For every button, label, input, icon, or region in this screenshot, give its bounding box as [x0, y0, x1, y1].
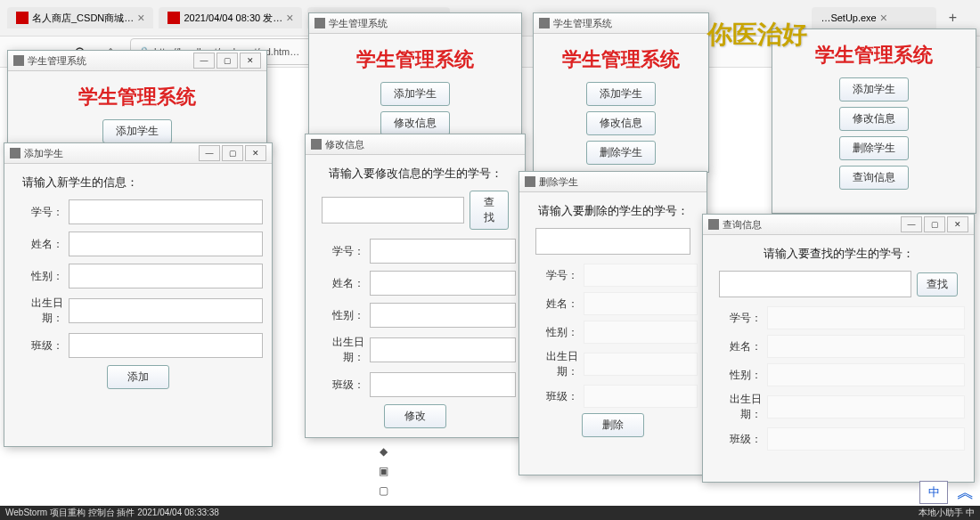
win-close[interactable]: ✕ [947, 216, 968, 232]
ide-statusbar: WebStorm 项目重构 控制台 插件 2021/04/04 08:33:38… [0, 506, 980, 520]
label-sex: 性别： [712, 368, 762, 383]
tab-close-icon[interactable]: × [286, 11, 293, 25]
scroll-top-icon[interactable]: ︽ [957, 480, 975, 504]
delete-student-button[interactable]: 删除学生 [839, 136, 909, 160]
search-button[interactable]: 查找 [470, 191, 509, 230]
favicon [16, 12, 29, 24]
input-name[interactable] [370, 271, 516, 296]
edit-student-window[interactable]: 修改信息 请输入要修改信息的学生的学号： 查找 学号： 姓名： 性别： 出生日期… [305, 134, 526, 438]
ime-indicator[interactable]: 中 [919, 481, 948, 504]
main-menu-window-1[interactable]: 学生管理系统 — ▢ ✕ 学生管理系统 添加学生 [7, 50, 267, 151]
label-id: 学号： [314, 244, 364, 259]
add-student-button[interactable]: 添加学生 [102, 119, 172, 143]
value-birth [767, 395, 965, 418]
win-maximize[interactable]: ▢ [924, 216, 945, 232]
title-text: 学生管理系统 [553, 17, 612, 30]
statusbar-right: 本地小助手 中 [919, 507, 975, 519]
system-title: 学生管理系统 [17, 84, 257, 110]
label-class: 班级： [712, 432, 762, 447]
app-icon [314, 18, 325, 28]
input-sex[interactable] [69, 264, 263, 288]
tab-close-icon[interactable]: × [880, 11, 887, 25]
titlebar[interactable]: 学生管理系统 [309, 13, 521, 34]
add-student-button[interactable]: 添加学生 [380, 82, 450, 106]
tab-0[interactable]: 名人商店_CSDN商城… × [7, 7, 153, 28]
app-icon [539, 18, 550, 28]
icon-a: ◆ [380, 445, 388, 458]
win-minimize[interactable]: — [901, 216, 922, 232]
win-close[interactable]: ✕ [240, 53, 261, 69]
win-maximize[interactable]: ▢ [216, 53, 238, 69]
label-name: 姓名： [314, 276, 364, 291]
titlebar[interactable]: 学生管理系统 [534, 13, 708, 34]
tab-close-icon[interactable]: × [137, 11, 144, 25]
app-icon [10, 148, 20, 158]
submit-add-button[interactable]: 添加 [107, 365, 169, 389]
label-sex: 性别： [13, 269, 63, 284]
side-icon-bar: ◆ ▣ ▢ [374, 445, 392, 499]
submit-edit-button[interactable]: 修改 [384, 404, 446, 428]
title-text: 删除学生 [539, 175, 578, 189]
win-maximize[interactable]: ▢ [222, 145, 243, 161]
value-name [767, 335, 965, 358]
query-student-window[interactable]: 查询信息 — ▢ ✕ 请输入要查找的学生的学号： 查找 学号： 姓名： 性别： … [702, 214, 975, 483]
input-class[interactable] [69, 333, 263, 358]
value-name [584, 292, 698, 315]
input-search-id[interactable] [322, 197, 464, 223]
titlebar[interactable]: 删除学生 [519, 172, 706, 192]
value-sex [584, 321, 698, 344]
input-sex[interactable] [370, 303, 516, 328]
titlebar[interactable]: 添加学生 — ▢ ✕ [4, 143, 272, 164]
titlebar[interactable]: 学生管理系统 — ▢ ✕ [8, 51, 266, 71]
query-info-button[interactable]: 查询信息 [839, 166, 909, 190]
icon-c: ▢ [379, 484, 388, 497]
input-id[interactable] [69, 199, 263, 224]
tab-label: …SetUp.exe [821, 12, 876, 23]
title-text: 学生管理系统 [28, 54, 86, 68]
input-birth[interactable] [370, 337, 516, 362]
tab-1[interactable]: 2021/04/04 08:30 发… × [159, 7, 302, 28]
input-class[interactable] [370, 372, 516, 397]
app-icon [525, 176, 535, 187]
submit-delete-button[interactable]: 删除 [582, 413, 644, 437]
add-student-button[interactable]: 添加学生 [839, 77, 909, 102]
main-menu-window-3[interactable]: 学生管理系统 学生管理系统 添加学生 修改信息 删除学生 [533, 12, 709, 173]
value-id [767, 306, 965, 329]
titlebar[interactable]: 查询信息 — ▢ ✕ [703, 215, 974, 235]
new-tab-button[interactable]: + [942, 7, 963, 28]
edit-info-button[interactable]: 修改信息 [586, 111, 656, 135]
add-student-button[interactable]: 添加学生 [586, 82, 656, 106]
watermark-text: 你医治好 [707, 18, 807, 52]
title-text: 添加学生 [24, 147, 63, 160]
edit-info-button[interactable]: 修改信息 [380, 111, 450, 135]
main-menu-window-2[interactable]: 学生管理系统 学生管理系统 添加学生 修改信息 [308, 12, 522, 137]
input-birth[interactable] [69, 298, 263, 323]
input-search-id[interactable] [719, 271, 911, 297]
delete-student-window[interactable]: 删除学生 请输入要删除的学生的学号： 学号： 姓名： 性别： 出生日期： 班级：… [519, 171, 707, 475]
label-id: 学号： [712, 311, 762, 326]
delete-student-button[interactable]: 删除学生 [586, 141, 656, 165]
input-name[interactable] [69, 232, 263, 256]
win-minimize[interactable]: — [193, 53, 215, 69]
main-menu-window-4[interactable]: 学生管理系统 添加学生 修改信息 删除学生 查询信息 [772, 28, 976, 214]
app-icon [708, 219, 719, 230]
value-birth [584, 353, 698, 376]
tab-3[interactable]: …SetUp.exe × [812, 7, 936, 28]
add-student-window[interactable]: 添加学生 — ▢ ✕ 请输入新学生的信息： 学号： 姓名： 性别： 出生日期： … [4, 142, 273, 447]
win-close[interactable]: ✕ [245, 145, 266, 161]
input-id[interactable] [370, 239, 516, 264]
label-sex: 性别： [528, 325, 578, 340]
input-search-id[interactable] [535, 228, 690, 255]
tab-label: 2021/04/04 08:30 发… [184, 12, 282, 25]
prompt-text: 请输入要删除的学生的学号： [528, 203, 698, 219]
search-button[interactable]: 查找 [917, 272, 958, 297]
titlebar[interactable]: 修改信息 [306, 134, 525, 155]
win-minimize[interactable]: — [199, 145, 220, 161]
edit-info-button[interactable]: 修改信息 [839, 107, 909, 131]
browser-minimize[interactable]: — [970, 4, 980, 31]
title-text: 查询信息 [723, 218, 762, 232]
label-class: 班级： [314, 378, 364, 393]
value-class [584, 385, 698, 408]
label-birth: 出生日期： [314, 335, 364, 365]
system-title: 学生管理系统 [318, 46, 512, 73]
